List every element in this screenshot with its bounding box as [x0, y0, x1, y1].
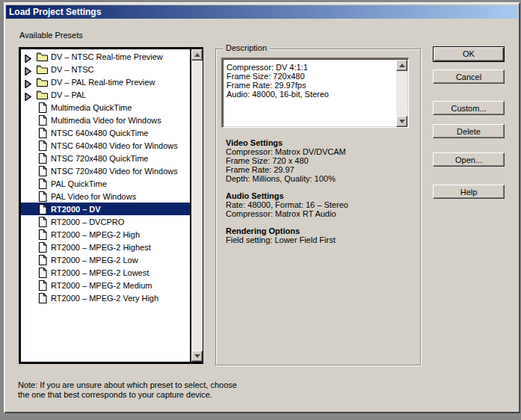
custom-button[interactable]: Custom... — [433, 101, 505, 115]
expand-arrow-icon[interactable] — [25, 65, 31, 73]
expand-arrow-icon[interactable] — [25, 52, 31, 61]
preset-item-label: RT2000 – MPEG-2 High — [51, 230, 140, 239]
preset-item-label: RT2000 – MPEG-2 Low — [51, 256, 138, 265]
detail-line: Compressor: Matrox DV/DVCAM — [226, 147, 419, 156]
detail-line: Compressor: Matrox RT Audio — [226, 209, 419, 218]
preset-item[interactable]: PAL QuickTime — [21, 177, 190, 190]
presets-list: DV – NTSC Real-time Preview DV – NTSC DV… — [21, 49, 190, 362]
down-arrow-icon — [399, 120, 405, 123]
preset-item[interactable]: NTSC 720x480 QuickTime — [21, 152, 190, 164]
note-text: Note: If you are unsure about which pres… — [18, 380, 237, 400]
preset-item[interactable]: RT2000 – MPEG-2 Lowest — [21, 266, 190, 279]
down-arrow-icon — [194, 354, 200, 358]
scroll-down-button[interactable] — [191, 350, 203, 362]
note-line-2: the one that best corresponds to your ca… — [18, 390, 237, 400]
preset-item[interactable]: NTSC 640x480 Video for Windows — [21, 139, 190, 152]
ok-button[interactable]: OK — [433, 46, 505, 62]
preset-item-label: NTSC 640x480 QuickTime — [51, 129, 148, 138]
preset-item-label: RT2000 – DVCPRO — [51, 217, 124, 226]
preset-item-label: RT2000 – MPEG-2 Highest — [51, 243, 151, 252]
preset-item[interactable]: RT2000 – MPEG-2 Low — [21, 253, 190, 266]
description-textarea[interactable]: Compressor: DV 4:1:1 Frame Size: 720x480… — [221, 58, 409, 128]
preset-item-label: PAL QuickTime — [51, 179, 107, 188]
preset-item[interactable]: RT2000 – MPEG-2 Very High — [21, 291, 190, 304]
file-icon — [38, 293, 47, 306]
preset-item-label: RT2000 – MPEG-2 Lowest — [51, 268, 149, 277]
preview-line: Audio: 48000, 16-bit, Stereo — [224, 90, 395, 99]
load-project-settings-dialog: Load Project Settings Available Presets … — [4, 2, 520, 413]
preset-item-label: RT2000 – MPEG-2 Medium — [51, 281, 152, 290]
description-details: Video Settings Compressor: Matrox DV/DVC… — [226, 138, 419, 244]
presets-listbox: DV – NTSC Real-time Preview DV – NTSC DV… — [19, 47, 203, 364]
preset-item[interactable]: DV – PAL Real-time Preview — [21, 75, 190, 88]
preset-item[interactable]: DV – NTSC Real-time Preview — [21, 50, 190, 63]
preview-line: Frame Rate: 29.97fps — [224, 81, 395, 90]
preset-item[interactable]: Multimedia Video for Windows — [21, 114, 190, 126]
preset-item[interactable]: Multimedia QuickTime — [21, 101, 190, 114]
detail-line: Frame Rate: 29.97 — [226, 165, 419, 174]
preset-item[interactable]: RT2000 – MPEG-2 Highest — [21, 241, 190, 253]
preset-item-label: RT2000 – DV — [51, 205, 101, 214]
description-scrollbar[interactable] — [396, 60, 407, 127]
preview-line: Frame Size: 720x480 — [224, 72, 395, 81]
preset-item-label: DV – PAL — [51, 90, 87, 99]
scroll-up-button[interactable] — [396, 60, 407, 71]
preset-item-label: DV – NTSC Real-time Preview — [51, 52, 163, 61]
expand-arrow-icon[interactable] — [25, 90, 31, 99]
preset-item-label: NTSC 720x480 QuickTime — [51, 154, 148, 163]
available-presets-label: Available Presets — [19, 31, 83, 40]
preset-item[interactable]: RT2000 – DV — [21, 203, 190, 215]
detail-line: Field setting: Lower Field First — [226, 235, 419, 244]
help-button[interactable]: Help — [433, 185, 505, 199]
description-preview: Compressor: DV 4:1:1 Frame Size: 720x480… — [224, 63, 395, 126]
preset-item-label: DV – NTSC — [51, 65, 93, 74]
preset-item-label: NTSC 720x480 Video for Windows — [51, 167, 178, 176]
window-title: Load Project Settings — [6, 7, 101, 17]
presets-scrollbar[interactable] — [190, 49, 203, 362]
cancel-button[interactable]: Cancel — [433, 70, 505, 84]
preset-item-label: PAL Video for Windows — [51, 192, 136, 201]
up-arrow-icon — [194, 53, 200, 57]
preset-item[interactable]: DV – PAL — [21, 88, 190, 101]
preset-item[interactable]: RT2000 – MPEG-2 High — [21, 228, 190, 241]
preset-item[interactable]: RT2000 – DVCPRO — [21, 215, 190, 228]
preset-item-label: Multimedia Video for Windows — [51, 116, 161, 125]
preset-item[interactable]: DV – NTSC — [21, 63, 190, 75]
preset-item[interactable]: PAL Video for Windows — [21, 190, 190, 203]
delete-button[interactable]: Delete — [433, 124, 505, 138]
open-button[interactable]: Open... — [433, 152, 505, 167]
rendering-options-heading: Rendering Options — [226, 226, 419, 235]
detail-line: Depth: Millions, Quality: 100% — [226, 174, 419, 183]
titlebar[interactable]: Load Project Settings — [6, 5, 518, 19]
preset-item[interactable]: RT2000 – MPEG-2 Medium — [21, 279, 190, 291]
scroll-up-button[interactable] — [191, 49, 203, 61]
expand-arrow-icon[interactable] — [25, 78, 31, 86]
preset-item-label: Multimedia QuickTime — [51, 103, 132, 112]
up-arrow-icon — [399, 64, 405, 67]
detail-line: Frame Size: 720 x 480 — [226, 156, 419, 165]
preset-item-label: DV – PAL Real-time Preview — [51, 78, 155, 87]
description-label: Description — [223, 43, 270, 52]
preset-item[interactable]: NTSC 720x480 Video for Windows — [21, 164, 190, 177]
preview-line: Compressor: DV 4:1:1 — [224, 63, 395, 72]
preset-item-label: NTSC 640x480 Video for Windows — [51, 141, 178, 150]
preset-item[interactable]: NTSC 640x480 QuickTime — [21, 126, 190, 139]
audio-settings-heading: Audio Settings — [226, 191, 419, 200]
preset-item-label: RT2000 – MPEG-2 Very High — [51, 294, 158, 303]
video-settings-heading: Video Settings — [226, 138, 419, 147]
detail-line: Rate: 48000, Format: 16 – Stereo — [226, 200, 419, 209]
scroll-down-button[interactable] — [396, 116, 407, 127]
note-line-1: Note: If you are unsure about which pres… — [18, 380, 237, 390]
